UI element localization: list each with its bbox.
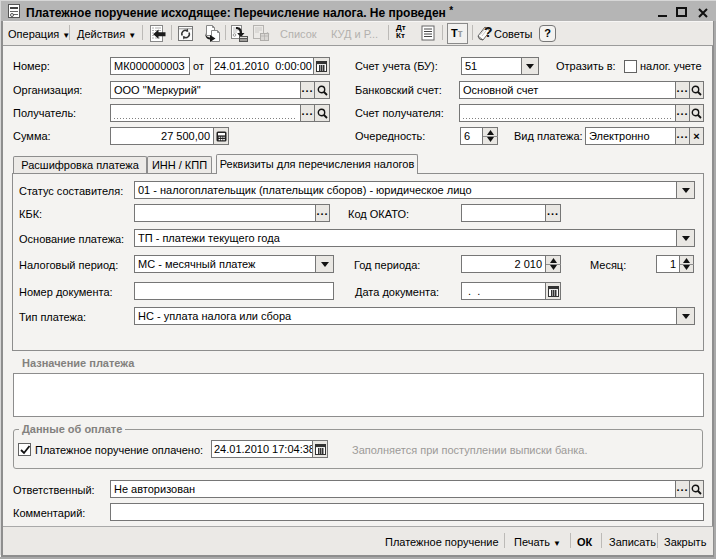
svg-text:?: ? [484, 24, 493, 40]
